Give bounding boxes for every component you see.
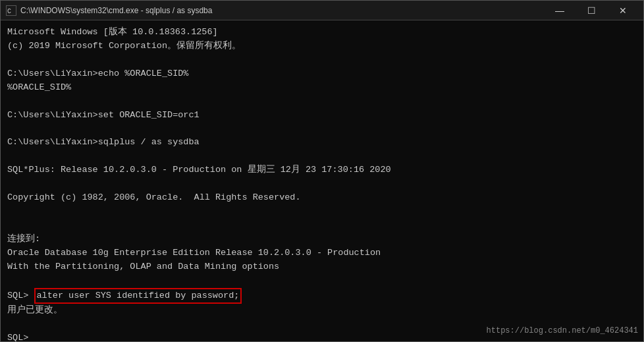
line-1: Microsoft Windows [版本 10.0.18363.1256]	[7, 26, 637, 40]
line-17: Oracle Database 10g Enterprise Edition R…	[7, 246, 637, 260]
terminal-body[interactable]: Microsoft Windows [版本 10.0.18363.1256] (…	[1, 20, 643, 341]
line-12	[7, 177, 637, 191]
title-bar: C C:\WINDOWS\system32\cmd.exe - sqlplus …	[1, 1, 643, 20]
line-6	[7, 95, 637, 109]
line-4: C:\Users\LiYaxin>echo %ORACLE_SID%	[7, 67, 637, 81]
line-user-changed: 用户已更改。	[7, 304, 637, 318]
sql-input-line: SQL> alter user SYS identified by passwo…	[7, 288, 637, 304]
line-16: 连接到:	[7, 233, 637, 246]
window-title: C:\WINDOWS\system32\cmd.exe - sqlplus / …	[20, 6, 212, 15]
line-14	[7, 205, 637, 219]
cmd-icon: C	[6, 5, 16, 16]
line-5: %ORACLE_SID%	[7, 81, 637, 95]
line-10	[7, 150, 637, 163]
cmd-window: C C:\WINDOWS\system32\cmd.exe - sqlplus …	[0, 0, 644, 342]
line-3	[7, 53, 637, 67]
line-7: C:\Users\LiYaxin>set ORACLE_SID=orc1	[7, 109, 637, 123]
close-button[interactable]: ✕	[608, 1, 638, 20]
line-13: Copyright (c) 1982, 2006, Oracle. All Ri…	[7, 191, 637, 205]
line-19	[7, 274, 637, 288]
line-9: C:\Users\LiYaxin>sqlplus / as sysdba	[7, 136, 637, 150]
line-15	[7, 219, 637, 233]
line-8	[7, 122, 637, 136]
watermark: https://blog.csdn.net/m0_4624341	[487, 325, 638, 337]
title-bar-left: C C:\WINDOWS\system32\cmd.exe - sqlplus …	[6, 5, 212, 16]
sql-command-highlight: alter user SYS identified by password;	[34, 288, 242, 304]
line-11: SQL*Plus: Release 10.2.0.3.0 - Productio…	[7, 163, 637, 177]
svg-text:C: C	[7, 8, 11, 15]
line-18: With the Partitioning, OLAP and Data Min…	[7, 260, 637, 274]
window-controls: — ☐ ✕	[545, 1, 638, 20]
minimize-button[interactable]: —	[545, 1, 575, 20]
line-2: (c) 2019 Microsoft Corporation。保留所有权利。	[7, 40, 637, 53]
maximize-button[interactable]: ☐	[576, 1, 606, 20]
